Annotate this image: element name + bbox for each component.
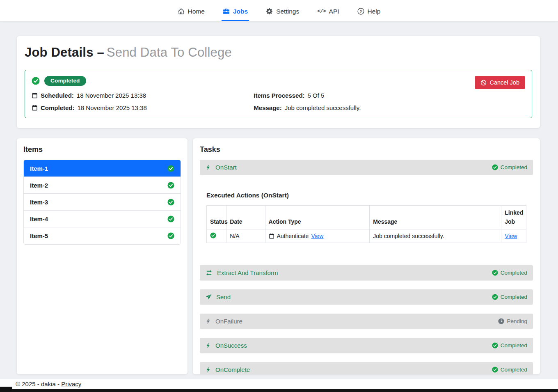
nav-item-label: Settings	[276, 8, 299, 15]
task-header-onstart[interactable]: OnStart Completed	[200, 160, 533, 175]
item-label: Item-5	[30, 232, 48, 239]
nav-item-settings[interactable]: Settings	[265, 3, 300, 21]
status-row: Completed	[32, 76, 525, 86]
check-circle-icon	[32, 77, 40, 85]
action-view-link[interactable]: View	[311, 233, 323, 239]
action-type-label: Authenticate	[277, 233, 309, 239]
cancel-job-label: Cancel Job	[489, 79, 519, 86]
completed-value: 18 November 2025 13:38	[78, 104, 147, 111]
check-circle-icon	[492, 270, 498, 276]
lightning-icon	[206, 342, 211, 348]
status-badge: Completed	[44, 76, 86, 86]
items-processed-label: Items Processed:	[254, 92, 304, 99]
calendar-icon	[32, 105, 38, 111]
nav-item-label: API	[329, 8, 339, 15]
scheduled-label: Scheduled:	[41, 92, 74, 99]
check-circle-icon	[167, 165, 174, 172]
items-processed-info: Items Processed: 5 Of 5	[254, 92, 525, 99]
bottom-left-notch	[0, 387, 12, 392]
action-type-cell: Authenticate View	[265, 229, 370, 243]
job-status-panel: Cancel Job Completed Scheduled: 18 Novem…	[25, 70, 532, 118]
item-label: Item-2	[30, 182, 48, 189]
item-label: Item-3	[30, 199, 48, 206]
scheduled-info: Scheduled: 18 November 2025 13:38	[32, 92, 254, 99]
message-label: Message:	[254, 104, 281, 111]
task-header-send[interactable]: Send Completed	[200, 289, 533, 305]
job-details-card: Job Details –Send Data To College Cancel…	[17, 36, 540, 128]
col-date: Date	[226, 206, 265, 229]
task-header-oncomplete[interactable]: OnComplete Completed	[200, 362, 533, 374]
tasks-panel: Tasks OnStart Completed Executed Actions…	[193, 138, 540, 374]
items-processed-value: 5 Of 5	[308, 92, 325, 99]
col-action-type: Action Type	[265, 206, 370, 229]
list-item-3[interactable]: Item-3	[24, 194, 181, 211]
calendar-check-icon	[269, 233, 274, 239]
content-columns: Items Item-1 Item-2 Item-3 Item-4	[17, 138, 540, 374]
message-info: Message: Job completed successfully.	[254, 104, 525, 111]
check-circle-icon	[167, 199, 174, 206]
col-message: Message	[370, 206, 501, 229]
top-navbar: Home Jobs Settings </> API ? Help	[0, 0, 558, 22]
task-name: OnSuccess	[215, 342, 247, 349]
task-status-label: Completed	[501, 367, 527, 373]
help-icon: ?	[357, 8, 364, 15]
list-item-4[interactable]: Item-4	[24, 211, 181, 227]
task-name: OnFailure	[215, 318, 242, 325]
action-message-cell: Job completed successfully.	[370, 229, 501, 243]
task-status-label: Pending	[507, 318, 527, 324]
task-header-onfailure[interactable]: OnFailure Pending	[200, 314, 533, 329]
items-list: Item-1 Item-2 Item-3 Item-4 Item-5	[23, 160, 181, 245]
check-circle-icon	[492, 367, 498, 373]
action-date-cell: N/A	[226, 229, 265, 243]
task-name: OnStart	[215, 164, 237, 171]
completed-info: Completed: 18 November 2025 13:38	[32, 104, 254, 111]
tasks-panel-title: Tasks	[200, 145, 533, 154]
job-info-grid: Scheduled: 18 November 2025 13:38 Items …	[32, 92, 525, 111]
table-row: N/A Authenticate View Job completed succ…	[207, 229, 526, 243]
svg-text:?: ?	[359, 9, 362, 14]
check-circle-icon	[492, 164, 498, 170]
message-value: Job completed successfully.	[285, 104, 361, 111]
task-name: Send	[216, 293, 231, 300]
items-panel: Items Item-1 Item-2 Item-3 Item-4	[17, 138, 188, 374]
task-header-onsuccess[interactable]: OnSuccess Completed	[200, 338, 533, 353]
lightning-icon	[206, 318, 211, 324]
privacy-link[interactable]: Privacy	[61, 381, 81, 387]
task-name: OnComplete	[215, 366, 250, 373]
briefcase-icon	[223, 8, 230, 15]
nav-item-label: Home	[188, 8, 205, 15]
linked-job-view-link[interactable]: View	[505, 233, 517, 239]
linked-job-cell: View	[501, 229, 526, 243]
col-linked-job: Linked Job	[501, 206, 526, 229]
nav-item-home[interactable]: Home	[176, 3, 206, 21]
task-header-extract-and-transform[interactable]: Extract And Transform Completed	[200, 265, 533, 280]
main-content: Job Details –Send Data To College Cancel…	[0, 22, 558, 374]
list-item-5[interactable]: Item-5	[24, 227, 181, 244]
list-item-1[interactable]: Item-1	[24, 160, 181, 177]
send-icon	[206, 294, 212, 300]
lightning-icon	[206, 164, 211, 170]
executed-actions-title: Executed Actions (OnStart)	[206, 192, 526, 199]
check-circle-icon	[210, 232, 216, 238]
nav-item-help[interactable]: ? Help	[356, 3, 382, 21]
transfer-arrows-icon	[206, 270, 213, 276]
completed-label: Completed:	[41, 104, 75, 111]
gear-icon	[266, 8, 273, 15]
check-circle-icon	[492, 342, 498, 348]
nav-item-jobs[interactable]: Jobs	[222, 3, 249, 21]
cancel-job-button[interactable]: Cancel Job	[475, 76, 525, 89]
code-icon: </>	[317, 8, 325, 14]
check-circle-icon	[167, 182, 174, 189]
clock-icon	[498, 318, 504, 324]
list-item-2[interactable]: Item-2	[24, 177, 181, 194]
item-label: Item-4	[30, 215, 48, 222]
item-label: Item-1	[30, 165, 48, 172]
task-status-label: Completed	[501, 270, 527, 276]
home-icon	[178, 8, 185, 15]
bottom-edge-bar	[0, 389, 558, 392]
action-status-cell	[207, 229, 226, 243]
check-circle-icon	[167, 215, 174, 222]
page-title-main: Job Details –	[25, 45, 104, 60]
nav-item-api[interactable]: </> API	[316, 3, 340, 21]
col-status: Status	[207, 206, 226, 229]
